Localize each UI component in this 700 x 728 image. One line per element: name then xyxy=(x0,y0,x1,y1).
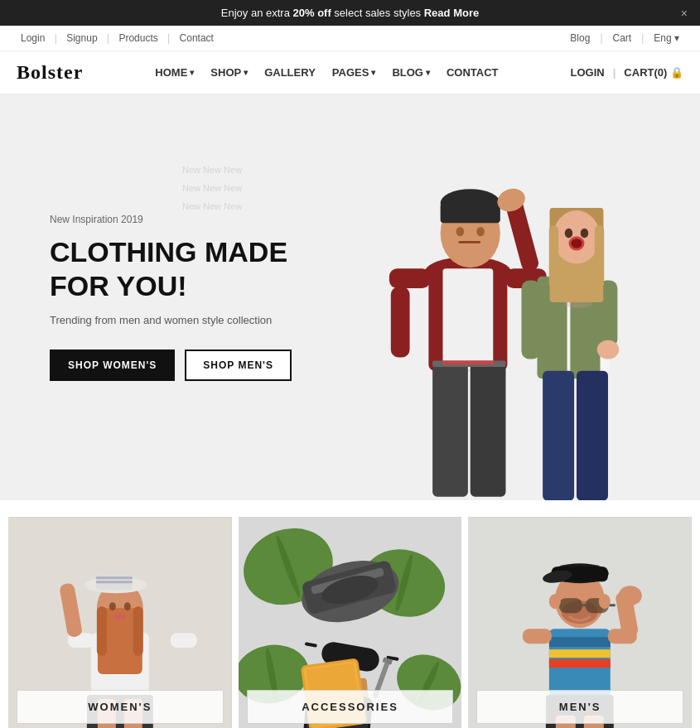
svg-rect-51 xyxy=(96,576,133,579)
utility-products-link[interactable]: Products xyxy=(118,32,157,44)
cart-button[interactable]: CART(0) 🔒 xyxy=(624,66,683,79)
category-card-men[interactable]: MEN'S xyxy=(468,517,692,728)
hero-section: New Inspiration 2019 CLOTHING MADE FOR Y… xyxy=(0,94,700,500)
nav-pages[interactable]: PAGES xyxy=(332,66,376,79)
svg-rect-23 xyxy=(522,280,541,359)
hero-subtitle: New Inspiration 2019 xyxy=(50,214,298,225)
hero-image xyxy=(315,115,700,501)
nav-shop[interactable]: SHOP xyxy=(210,66,248,79)
svg-rect-7 xyxy=(389,268,430,288)
hero-description: Trending from men and women style collec… xyxy=(50,314,298,326)
svg-rect-22 xyxy=(577,370,608,500)
main-nav: Bolster HOME SHOP GALLERY PAGES BLOG CON… xyxy=(0,51,700,94)
svg-rect-6 xyxy=(443,360,494,364)
svg-point-25 xyxy=(597,340,620,359)
login-button[interactable]: LOGIN xyxy=(571,66,605,79)
category-grid: WOMEN'S xyxy=(8,517,692,728)
utility-nav-right: Blog | Cart | Eng ▾ xyxy=(566,32,683,44)
svg-rect-16 xyxy=(459,241,481,243)
svg-rect-91 xyxy=(523,629,552,644)
svg-rect-47 xyxy=(97,606,107,656)
utility-signup-link[interactable]: Signup xyxy=(66,32,97,44)
category-section: WOMEN'S xyxy=(0,500,700,728)
nav-gallery[interactable]: GALLERY xyxy=(264,66,316,79)
nav-links: HOME SHOP GALLERY PAGES BLOG CONTACT xyxy=(155,66,498,79)
svg-rect-21 xyxy=(543,370,574,500)
category-card-women[interactable]: WOMEN'S xyxy=(8,517,232,728)
svg-rect-86 xyxy=(549,649,611,658)
svg-rect-13 xyxy=(441,203,500,223)
svg-point-15 xyxy=(477,226,485,235)
nav-separator: | xyxy=(613,66,616,79)
shop-womens-button[interactable]: SHOP WOMEN'S xyxy=(50,350,175,381)
svg-rect-85 xyxy=(549,637,611,647)
svg-point-106 xyxy=(599,594,611,609)
svg-point-34 xyxy=(572,239,582,248)
svg-rect-2 xyxy=(443,268,494,371)
hero-buttons: SHOP WOMEN'S SHOP MEN'S xyxy=(50,350,298,381)
svg-rect-4 xyxy=(471,363,506,497)
category-label-accessories: ACCESSORIES xyxy=(247,690,454,724)
svg-rect-35 xyxy=(549,225,558,288)
svg-rect-36 xyxy=(595,225,604,288)
svg-rect-9 xyxy=(391,287,410,358)
svg-rect-87 xyxy=(549,659,611,668)
nav-home[interactable]: HOME xyxy=(155,66,194,79)
svg-point-53 xyxy=(109,602,116,610)
category-label-men: MEN'S xyxy=(476,690,683,724)
hero-content: New Inspiration 2019 CLOTHING MADE FOR Y… xyxy=(0,214,348,382)
utility-blog-link[interactable]: Blog xyxy=(570,32,590,44)
nav-right-actions: LOGIN | CART(0) 🔒 xyxy=(571,66,683,79)
utility-contact-link[interactable]: Contact xyxy=(180,32,214,44)
svg-rect-48 xyxy=(133,606,143,656)
announcement-close[interactable]: × xyxy=(681,7,688,20)
utility-login-link[interactable]: Login xyxy=(21,32,45,44)
category-card-accessories[interactable]: ACCESSORIES xyxy=(239,517,462,728)
svg-point-105 xyxy=(549,594,561,609)
svg-point-14 xyxy=(456,226,465,235)
utility-nav-left: Login | Signup | Products | Contact xyxy=(17,32,218,44)
hero-title: CLOTHING MADE FOR YOU! xyxy=(50,235,298,303)
svg-point-54 xyxy=(124,602,131,610)
svg-rect-100 xyxy=(559,598,582,613)
utility-nav: Login | Signup | Products | Contact Blog… xyxy=(0,26,700,51)
site-logo[interactable]: Bolster xyxy=(17,61,83,84)
svg-rect-102 xyxy=(582,604,587,606)
svg-point-31 xyxy=(565,228,573,237)
svg-point-94 xyxy=(619,586,642,605)
svg-rect-52 xyxy=(96,581,133,583)
svg-point-32 xyxy=(581,228,589,237)
utility-lang-select[interactable]: Eng ▾ xyxy=(654,32,679,44)
svg-rect-43 xyxy=(171,633,197,648)
svg-rect-3 xyxy=(432,363,468,497)
category-label-women: WOMEN'S xyxy=(17,690,224,724)
utility-cart-link[interactable]: Cart xyxy=(613,32,632,44)
announcement-cta[interactable]: Read More xyxy=(424,7,479,19)
nav-contact[interactable]: CONTACT xyxy=(447,66,499,79)
nav-blog[interactable]: BLOG xyxy=(392,66,430,79)
announcement-text: Enjoy an extra 20% off select sales styl… xyxy=(221,7,479,19)
announcement-bar: Enjoy an extra 20% off select sales styl… xyxy=(0,0,700,26)
shop-mens-button[interactable]: SHOP MEN'S xyxy=(185,350,292,381)
hero-overlay-text: New New New New New New New New New xyxy=(182,161,242,215)
lock-icon: 🔒 xyxy=(670,66,683,79)
